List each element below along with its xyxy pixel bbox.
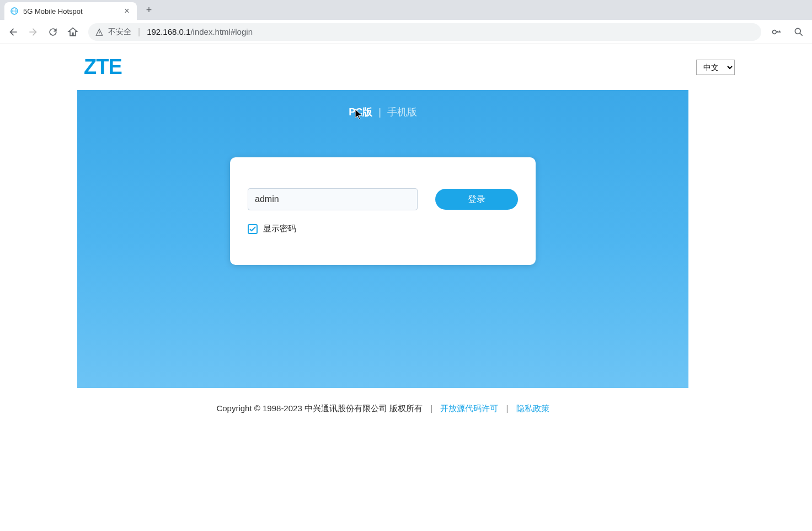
- search-icon[interactable]: [790, 23, 808, 41]
- url-text: 192.168.0.1/index.html#login: [147, 27, 253, 36]
- tab-mobile-version[interactable]: 手机版: [387, 107, 417, 118]
- footer: Copyright © 1998-2023 中兴通讯股份有限公司 版权所有 | …: [77, 388, 688, 429]
- version-separator: |: [378, 107, 381, 118]
- url-host: 192.168.0.1: [147, 27, 190, 36]
- browser-toolbar: 不安全 | 192.168.0.1/index.html#login: [0, 20, 812, 44]
- home-button[interactable]: [64, 23, 82, 41]
- browser-chrome: 5G Mobile Hotspot × + 不安全 | 192.168.0.1/…: [0, 0, 812, 44]
- forward-button[interactable]: [24, 23, 42, 41]
- show-password-row: 显示密码: [248, 224, 518, 234]
- address-bar[interactable]: 不安全 | 192.168.0.1/index.html#login: [88, 23, 761, 41]
- password-key-icon[interactable]: [768, 23, 786, 41]
- password-input[interactable]: [248, 188, 418, 210]
- version-tabs: PC版 | 手机版: [77, 105, 688, 119]
- tab-pc-version[interactable]: PC版: [349, 107, 372, 118]
- footer-separator: |: [506, 403, 509, 413]
- page-header: ZTE 中文: [0, 44, 812, 90]
- show-password-label: 显示密码: [263, 224, 296, 234]
- reload-button[interactable]: [44, 23, 62, 41]
- tab-favicon-icon: [10, 7, 19, 15]
- login-button[interactable]: 登录: [435, 189, 518, 210]
- tab-bar: 5G Mobile Hotspot × +: [0, 0, 812, 20]
- browser-tab[interactable]: 5G Mobile Hotspot ×: [4, 2, 137, 20]
- tab-close-icon[interactable]: ×: [122, 7, 131, 15]
- zte-logo: ZTE: [84, 55, 122, 79]
- footer-separator: |: [430, 403, 432, 413]
- svg-point-1: [773, 30, 777, 34]
- security-label: 不安全: [108, 27, 131, 37]
- login-row: 登录: [248, 188, 518, 210]
- privacy-policy-link[interactable]: 隐私政策: [516, 403, 549, 413]
- page-content: ZTE 中文 PC版 | 手机版 登录 显示密码 Copyright ©: [0, 44, 812, 531]
- copyright-text: Copyright © 1998-2023 中兴通讯股份有限公司 版权所有: [216, 403, 423, 413]
- svg-point-2: [795, 28, 800, 34]
- language-select[interactable]: 中文: [696, 60, 735, 75]
- login-card: 登录 显示密码: [230, 157, 536, 265]
- insecure-icon: [95, 28, 104, 36]
- url-separator: |: [138, 27, 140, 37]
- main-area: PC版 | 手机版 登录 显示密码: [77, 90, 688, 388]
- open-source-link[interactable]: 开放源代码许可: [440, 403, 498, 413]
- tab-title: 5G Mobile Hotspot: [23, 7, 118, 15]
- new-tab-button[interactable]: +: [141, 2, 157, 18]
- back-button[interactable]: [4, 23, 22, 41]
- show-password-checkbox[interactable]: [248, 224, 258, 234]
- url-path: /index.html#login: [190, 27, 253, 36]
